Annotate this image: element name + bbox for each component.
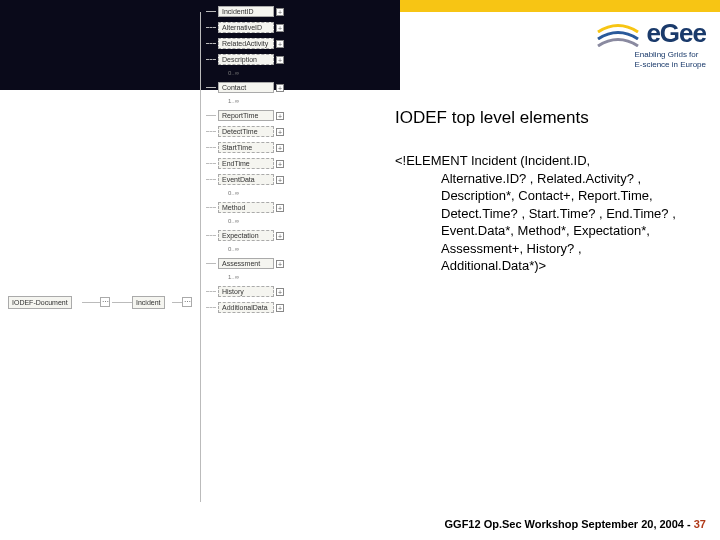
tagline-line2: E-science in Europe xyxy=(634,60,706,70)
content-area: IODEF top level elements <!ELEMENT Incid… xyxy=(395,108,706,275)
logo-arcs-icon xyxy=(596,23,640,44)
page-number: 37 xyxy=(694,518,706,530)
dtd-line: Event.Data*, Method*, Expectation*, xyxy=(395,222,706,240)
element-box: History xyxy=(218,286,274,297)
child-element: History+ xyxy=(206,286,284,297)
child-element: EventData+ xyxy=(206,174,284,185)
element-box: Description xyxy=(218,54,274,65)
element-box: EventData xyxy=(218,174,274,185)
expand-icon: + xyxy=(276,128,284,136)
dtd-line: <!ELEMENT Incident (Incident.ID, xyxy=(395,152,706,170)
connector-stub xyxy=(206,115,216,116)
connector-line xyxy=(82,302,100,303)
child-element: Assessment+ xyxy=(206,258,284,269)
child-element: Method+ xyxy=(206,202,284,213)
footer: GGF12 Op.Sec Workshop September 20, 2004… xyxy=(445,518,706,530)
page-title: IODEF top level elements xyxy=(395,108,706,128)
connector-stub xyxy=(206,235,216,236)
dtd-line: Assessment+, History? , xyxy=(395,240,706,258)
cardinality-note: 0..∞ xyxy=(228,218,284,224)
egee-logo: eGee xyxy=(596,18,706,49)
child-element: Contact+ xyxy=(206,82,284,93)
connector-stub xyxy=(206,43,216,44)
footer-text: GGF12 Op.Sec Workshop September 20, 2004 xyxy=(445,518,684,530)
connector-stub xyxy=(206,179,216,180)
connector-stub xyxy=(206,291,216,292)
element-box: Expectation xyxy=(218,230,274,241)
connector-stub xyxy=(206,163,216,164)
connector-stub xyxy=(206,207,216,208)
child-element: RelatedActivity+ xyxy=(206,38,284,49)
expand-icon: + xyxy=(276,24,284,32)
expand-icon: + xyxy=(276,260,284,268)
expand-icon: + xyxy=(276,204,284,212)
header-yellow-band xyxy=(400,0,720,12)
dtd-line: Additional.Data*)> xyxy=(395,257,706,275)
connector-stub xyxy=(206,131,216,132)
connector-stub xyxy=(206,11,216,12)
cardinality-note: 0..∞ xyxy=(228,246,284,252)
child-element: Expectation+ xyxy=(206,230,284,241)
element-box: Method xyxy=(218,202,274,213)
element-box: ReportTime xyxy=(218,110,274,121)
connector-stub xyxy=(206,87,216,88)
dtd-line: Detect.Time? , Start.Time? , End.Time? , xyxy=(395,205,706,223)
connector-line xyxy=(112,302,132,303)
expand-icon: + xyxy=(276,288,284,296)
cardinality-note: 1..∞ xyxy=(228,98,284,104)
element-box: Assessment xyxy=(218,258,274,269)
expand-icon: + xyxy=(276,176,284,184)
sequence-icon: ⋯ xyxy=(182,297,192,307)
element-box: DetectTime xyxy=(218,126,274,137)
connector-stub xyxy=(206,59,216,60)
expand-icon: + xyxy=(276,160,284,168)
sequence-icon: ⋯ xyxy=(100,297,110,307)
expand-icon: + xyxy=(276,304,284,312)
child-element: ReportTime+ xyxy=(206,110,284,121)
child-element: DetectTime+ xyxy=(206,126,284,137)
expand-icon: + xyxy=(276,56,284,64)
schema-diagram: IODEF-Document ⋯ Incident ⋯ IncidentID+A… xyxy=(0,0,385,510)
connector-stub xyxy=(206,27,216,28)
incident-element: Incident xyxy=(132,296,165,309)
element-box: AdditionalData xyxy=(218,302,274,313)
expand-icon: + xyxy=(276,144,284,152)
expand-icon: + xyxy=(276,232,284,240)
element-box: StartTime xyxy=(218,142,274,153)
element-box: Contact xyxy=(218,82,274,93)
tagline-line1: Enabling Grids for xyxy=(634,50,706,60)
element-box: RelatedActivity xyxy=(218,38,274,49)
expand-icon: + xyxy=(276,8,284,16)
child-element: StartTime+ xyxy=(206,142,284,153)
child-element: EndTime+ xyxy=(206,158,284,169)
cardinality-note: 0..∞ xyxy=(228,190,284,196)
element-box: EndTime xyxy=(218,158,274,169)
element-box: AlternativeID xyxy=(218,22,274,33)
connector-line xyxy=(172,302,182,303)
connector-stub xyxy=(206,307,216,308)
child-element: AlternativeID+ xyxy=(206,22,284,33)
expand-icon: + xyxy=(276,40,284,48)
expand-icon: + xyxy=(276,112,284,120)
child-elements: IncidentID+AlternativeID+RelatedActivity… xyxy=(206,6,284,318)
root-element: IODEF-Document xyxy=(8,296,72,309)
expand-icon: + xyxy=(276,84,284,92)
connector-vline xyxy=(200,12,201,502)
child-element: AdditionalData+ xyxy=(206,302,284,313)
cardinality-note: 0..∞ xyxy=(228,70,284,76)
logo-tagline: Enabling Grids for E-science in Europe xyxy=(634,50,706,69)
child-element: Description+ xyxy=(206,54,284,65)
footer-sep: - xyxy=(684,518,694,530)
logo-text: eGee xyxy=(646,18,706,49)
connector-stub xyxy=(206,263,216,264)
dtd-definition: <!ELEMENT Incident (Incident.ID, Alterna… xyxy=(395,152,706,275)
element-box: IncidentID xyxy=(218,6,274,17)
dtd-line: Description*, Contact+, Report.Time, xyxy=(395,187,706,205)
cardinality-note: 1..∞ xyxy=(228,274,284,280)
connector-stub xyxy=(206,147,216,148)
dtd-line: Alternative.ID? , Related.Activity? , xyxy=(395,170,706,188)
child-element: IncidentID+ xyxy=(206,6,284,17)
